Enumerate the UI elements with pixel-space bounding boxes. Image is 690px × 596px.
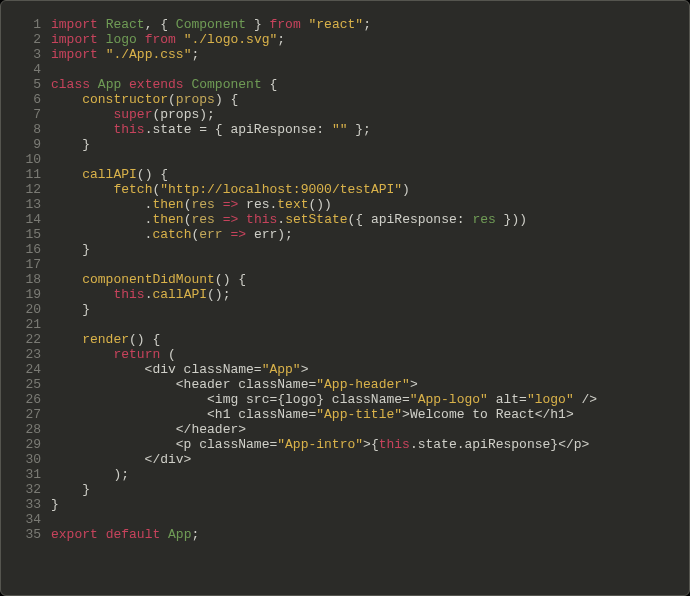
- line-number: 20: [1, 302, 51, 317]
- line-content: this.callAPI();: [51, 287, 689, 302]
- token-pl: </header>: [51, 422, 246, 437]
- line-content: class App extends Component {: [51, 77, 689, 92]
- line-number: 34: [1, 512, 51, 527]
- line-number: 28: [1, 422, 51, 437]
- line-content: constructor(props) {: [51, 92, 689, 107]
- line-content: <div className="App">: [51, 362, 689, 377]
- token-pl: .: [51, 227, 152, 242]
- line-content: .catch(err => err);: [51, 227, 689, 242]
- token-id: App: [98, 77, 121, 92]
- code-line: 10: [1, 152, 689, 167]
- token-pl: }: [51, 497, 59, 512]
- token-pl: alt=: [488, 392, 527, 407]
- token-yl: text: [277, 197, 308, 212]
- code-line: 26 <img src={logo} className="App-logo" …: [1, 392, 689, 407]
- token-pl: [51, 287, 113, 302]
- line-content: [51, 152, 689, 167]
- line-number: 2: [1, 32, 51, 47]
- code-line: 35export default App;: [1, 527, 689, 542]
- line-content: import "./App.css";: [51, 47, 689, 62]
- token-yl: then: [152, 212, 183, 227]
- code-line: 13 .then(res => res.text()): [1, 197, 689, 212]
- token-pl: [176, 32, 184, 47]
- line-content: }: [51, 482, 689, 497]
- line-content: return (: [51, 347, 689, 362]
- token-par: props: [176, 92, 215, 107]
- line-content: }: [51, 302, 689, 317]
- token-pl: [121, 77, 129, 92]
- token-pl: })): [496, 212, 527, 227]
- line-content: [51, 62, 689, 77]
- token-str: "App-logo": [410, 392, 488, 407]
- token-pl: );: [51, 467, 129, 482]
- token-pl: }: [51, 242, 90, 257]
- token-pl: (props);: [152, 107, 214, 122]
- token-pl: () {: [137, 167, 168, 182]
- token-pl: (: [168, 92, 176, 107]
- token-pl: .: [51, 197, 152, 212]
- line-number: 19: [1, 287, 51, 302]
- token-pl: >{: [363, 437, 379, 452]
- line-number: 16: [1, 242, 51, 257]
- line-number: 27: [1, 407, 51, 422]
- token-pl: <div className=: [51, 362, 262, 377]
- token-pl: [238, 212, 246, 227]
- token-id: Component: [191, 77, 261, 92]
- line-number: 25: [1, 377, 51, 392]
- token-pl: () {: [215, 272, 246, 287]
- token-pl: }: [51, 302, 90, 317]
- line-content: }: [51, 242, 689, 257]
- line-content: render() {: [51, 332, 689, 347]
- line-number: 17: [1, 257, 51, 272]
- code-line: 21: [1, 317, 689, 332]
- line-number: 4: [1, 62, 51, 77]
- token-pl: >Welcome to React</h1>: [402, 407, 574, 422]
- line-number: 22: [1, 332, 51, 347]
- line-content: import React, { Component } from "react"…: [51, 17, 689, 32]
- line-content: callAPI() {: [51, 167, 689, 182]
- token-id: res: [472, 212, 495, 227]
- line-number: 31: [1, 467, 51, 482]
- line-content: this.state = { apiResponse: "" };: [51, 122, 689, 137]
- token-kw: export: [51, 527, 98, 542]
- token-pl: [160, 527, 168, 542]
- token-pl: }: [51, 482, 90, 497]
- line-number: 30: [1, 452, 51, 467]
- token-pl: [51, 92, 82, 107]
- line-content: <img src={logo} className="App-logo" alt…: [51, 392, 689, 407]
- code-line: 2import logo from "./logo.svg";: [1, 32, 689, 47]
- code-line: 12 fetch("http://localhost:9000/testAPI"…: [1, 182, 689, 197]
- code-line: 3import "./App.css";: [1, 47, 689, 62]
- code-line: 29 <p className="App-intro">{this.state.…: [1, 437, 689, 452]
- line-number: 29: [1, 437, 51, 452]
- token-pl: .: [51, 212, 152, 227]
- line-content: }: [51, 137, 689, 152]
- line-content: [51, 257, 689, 272]
- token-pl: </div>: [51, 452, 191, 467]
- code-line: 24 <div className="App">: [1, 362, 689, 377]
- line-number: 33: [1, 497, 51, 512]
- line-content: .then(res => res.text()): [51, 197, 689, 212]
- token-kw: =>: [230, 227, 246, 242]
- token-kw: class: [51, 77, 90, 92]
- code-line: 23 return (: [1, 347, 689, 362]
- token-pl: .: [277, 212, 285, 227]
- token-pl: [51, 347, 113, 362]
- token-pl: ): [402, 182, 410, 197]
- line-number: 9: [1, 137, 51, 152]
- token-pl: />: [574, 392, 597, 407]
- token-kw: super: [113, 107, 152, 122]
- code-line: 31 );: [1, 467, 689, 482]
- token-pl: [98, 32, 106, 47]
- line-number: 24: [1, 362, 51, 377]
- token-pl: {: [262, 77, 278, 92]
- token-yl: then: [152, 197, 183, 212]
- token-pl: <img src={logo} className=: [51, 392, 410, 407]
- token-str: "react": [309, 17, 364, 32]
- token-pl: }: [246, 17, 269, 32]
- token-pl: ;: [363, 17, 371, 32]
- line-content: [51, 512, 689, 527]
- line-number: 26: [1, 392, 51, 407]
- token-pl: ) {: [215, 92, 238, 107]
- token-pl: };: [347, 122, 370, 137]
